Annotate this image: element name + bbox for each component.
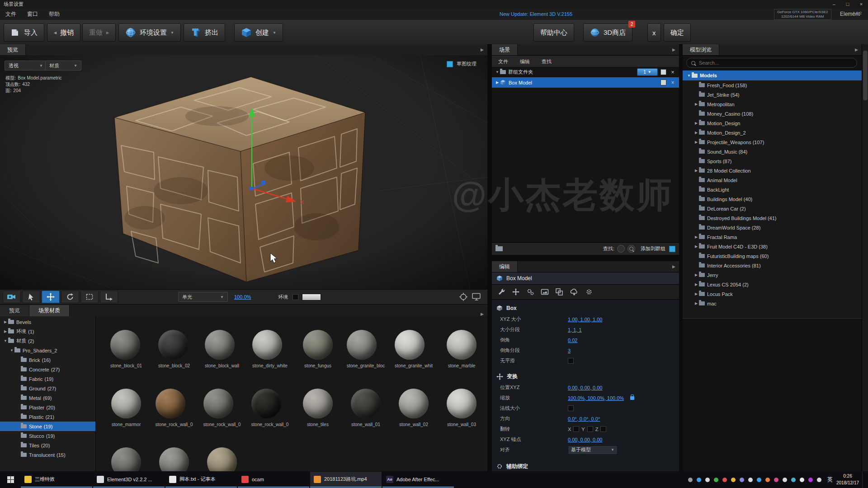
alignment-dropdown[interactable]: 基于模型▼ [568, 446, 618, 455]
tray-icon[interactable] [740, 478, 744, 482]
model-pack-row[interactable]: Buildings Model (40) [683, 194, 862, 204]
import-button[interactable]: 导入 [4, 23, 44, 42]
close-x-button[interactable]: x [647, 23, 661, 42]
model-tree-root[interactable]: ▼ Models [683, 70, 862, 80]
expand-icon[interactable]: ▶ [693, 131, 699, 135]
undo-button[interactable]: ◀ 撤销 [47, 23, 80, 42]
material-thumbnail[interactable]: stone_rock_wall_0 [203, 389, 241, 447]
environment-button[interactable]: 环境设置 ▼ [118, 23, 181, 42]
material-folder-row[interactable]: Plastic (21) [0, 412, 95, 422]
close-button[interactable]: × [854, 0, 868, 8]
material-thumbnail[interactable]: stone_rock_wall_0 [156, 389, 193, 447]
tab-preview-lower[interactable]: 预览 [0, 305, 29, 316]
focus-target-icon[interactable] [459, 293, 467, 301]
material-folder-row[interactable]: ▼ Pro_Shaders_2 [0, 346, 95, 355]
material-folder-row[interactable]: Fabric (19) [0, 374, 95, 384]
material-thumbnail[interactable]: stone_fungus [303, 330, 333, 389]
model-pack-row[interactable]: Money_Casino (108) [683, 109, 862, 118]
material-preview-sphere[interactable] [399, 389, 429, 418]
material-thumbnail[interactable]: stone_wall_03 [447, 389, 476, 447]
lock-icon[interactable] [630, 396, 634, 400]
material-preview-sphere[interactable] [351, 389, 381, 418]
material-thumbnail[interactable]: stone_rock_wall_0 [251, 389, 289, 447]
panel-collapse-icon[interactable]: ▶ [481, 312, 484, 316]
expand-icon[interactable]: ▶ [693, 169, 699, 173]
tray-icon[interactable] [800, 478, 804, 482]
material-thumbnail[interactable] [111, 447, 141, 471]
scene-item-boxmodel[interactable]: ▶ Box Model × [492, 77, 679, 88]
material-folder-row[interactable]: Ground (27) [0, 384, 95, 393]
scene-menu-find[interactable]: 查找 [542, 58, 552, 65]
material-folder-row[interactable]: Stone (19) [0, 422, 95, 431]
menu-window[interactable]: 窗口 [22, 10, 43, 18]
action-center-button[interactable] [862, 471, 868, 488]
material-thumbnail[interactable]: stone_marble [447, 330, 476, 389]
flip-z-checkbox[interactable] [600, 426, 606, 432]
tray-icon[interactable] [765, 478, 770, 482]
material-preview-sphere[interactable] [111, 389, 141, 418]
environment-checkbox[interactable] [292, 294, 298, 300]
expand-icon[interactable]: ▶ [693, 282, 699, 286]
group-count-dropdown[interactable]: 1▼ [637, 68, 658, 76]
tray-icon[interactable] [697, 478, 701, 482]
material-preview-sphere[interactable] [447, 330, 476, 360]
tray-icon[interactable] [783, 478, 787, 482]
property-value[interactable]: 0.00, 0.00, 0.00 [568, 385, 602, 390]
maximize-button[interactable]: □ [841, 0, 854, 8]
material-thumbnail[interactable]: stone_wall_01 [351, 389, 381, 447]
taskbar-task[interactable]: 三维特效 [21, 472, 92, 488]
expand-icon[interactable]: ▶ [3, 329, 8, 333]
material-folder-row[interactable]: ▶ 环境 (1) [0, 327, 95, 336]
taskbar-task[interactable]: 脚本.txt - 记事本 [165, 472, 237, 488]
search-input[interactable] [698, 60, 844, 66]
group-folder-row[interactable]: ▼ 群组文件夹 1▼ × [492, 67, 679, 77]
material-folder-row[interactable]: Tiles (20) [0, 441, 95, 450]
panel-collapse-icon[interactable]: ▶ [672, 264, 675, 269]
property-checkbox[interactable] [568, 358, 574, 364]
material-folder-row[interactable]: ▼ 材质 (2) [0, 336, 95, 346]
gears-icon[interactable] [526, 288, 534, 296]
scale-tool-button[interactable] [80, 291, 99, 303]
expand-icon[interactable]: ▶ [693, 102, 699, 106]
cloud-icon[interactable] [570, 288, 579, 296]
tab-model-browser[interactable]: 模型浏览 [683, 44, 719, 55]
taskbar-task[interactable]: Ae Adobe After Effec... [382, 472, 454, 488]
tray-icon[interactable] [722, 478, 727, 482]
tray-icon[interactable] [757, 478, 761, 482]
new-folder-icon[interactable] [495, 246, 503, 251]
model-pack-row[interactable]: Animal Model [683, 175, 862, 185]
start-button[interactable] [0, 471, 21, 488]
redo-button[interactable]: 重做 ▶ [82, 23, 116, 42]
material-thumbnail[interactable]: stone_block_01 [110, 330, 142, 389]
tray-icon[interactable] [791, 478, 796, 482]
tray-icon[interactable] [817, 478, 821, 482]
shading-mode-dropdown[interactable]: 材质▼ [45, 61, 81, 70]
transform-icon[interactable] [512, 288, 520, 296]
model-pack-row[interactable]: Fresh_Food (158) [683, 80, 862, 90]
model-pack-row[interactable]: ▶ Locus Pack [683, 289, 862, 299]
expand-icon[interactable]: ▼ [495, 70, 500, 74]
visibility-checkbox[interactable] [660, 80, 666, 85]
material-thumbnail[interactable]: stone_block_02 [158, 330, 190, 389]
property-value[interactable]: 0.0°, 0.0°, 0.0° [568, 416, 600, 422]
model-pack-row[interactable]: ▶ Motion_Design_2 [683, 128, 862, 137]
viewport-zoom-value[interactable]: 100.0% [234, 294, 251, 300]
property-value[interactable]: 100.0%, 100.0%, 100.0% [568, 395, 624, 401]
expand-icon[interactable]: ▶ [3, 320, 8, 324]
expand-icon[interactable]: ▼ [9, 348, 14, 352]
panel-collapse-icon[interactable]: ▶ [855, 47, 858, 52]
light-mode-dropdown[interactable]: 单光▼ [178, 292, 228, 302]
material-thumbnail[interactable]: stone_marmor [111, 389, 141, 447]
add-to-group-button[interactable] [669, 246, 675, 252]
model-pack-row[interactable]: ▶ Lexus CS 2054 (2) [683, 280, 862, 289]
material-preview-sphere[interactable] [205, 330, 235, 360]
model-pack-row[interactable]: Destroyed Buildings Model (41) [683, 213, 862, 223]
menu-file[interactable]: 文件 [0, 10, 22, 18]
tab-edit[interactable]: 编辑 [492, 261, 518, 272]
property-checkbox[interactable] [568, 405, 574, 411]
scene-menu-file[interactable]: 文件 [498, 58, 508, 65]
tray-icon[interactable] [705, 478, 710, 482]
model-pack-row[interactable]: ▶ Projectile_Weapons (107) [683, 137, 862, 147]
material-thumbnail[interactable]: stone_dirty_white [252, 330, 288, 389]
material-preview-sphere[interactable] [110, 330, 140, 360]
